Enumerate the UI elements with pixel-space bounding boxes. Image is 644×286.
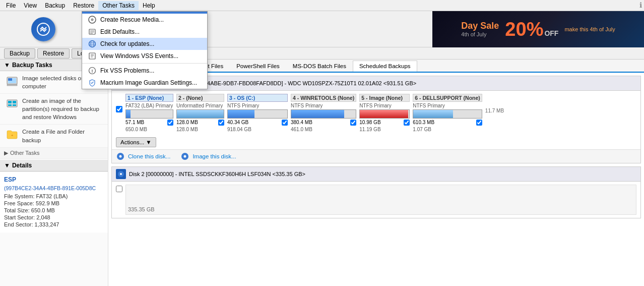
- create-rescue-label: Create Rescue Media...: [100, 16, 164, 23]
- menu-help[interactable]: Help: [139, 1, 159, 10]
- svg-rect-12: [8, 104, 12, 106]
- svg-rect-7: [8, 78, 12, 81]
- esp-id: (997B4CE2-34A4-4BFB-891E-005D8C: [4, 185, 104, 191]
- macrium-logo-icon: [36, 22, 50, 36]
- svg-point-20: [184, 155, 186, 158]
- start-row: Start Sector: 2,048: [4, 214, 104, 220]
- ad-banner: Day Sale 4th of July 20% OFF make this 4…: [432, 11, 644, 47]
- backup-tasks-arrow: ▼: [4, 62, 10, 69]
- none-checkbox[interactable]: [218, 120, 224, 126]
- dell-checkbox[interactable]: [476, 120, 482, 126]
- disk1-actions-row: Actions... ▼: [112, 135, 640, 149]
- other-tasks-header[interactable]: ▶ Other Tasks: [0, 148, 108, 159]
- restore-sec-button[interactable]: Restore: [37, 48, 70, 59]
- vss-events-icon: [87, 51, 97, 61]
- content-area: Backup Definition Files VBScript Files P…: [108, 60, 644, 286]
- guardian-settings-label: Macrium Image Guardian Settings...: [100, 79, 197, 86]
- image-checkbox[interactable]: [404, 120, 410, 126]
- tab-msdos[interactable]: MS-DOS Batch Files: [286, 61, 353, 72]
- partition-winretools: 4 - WINRETOOLS (None) NTFS Primary 380.4…: [291, 94, 356, 132]
- svg-point-0: [37, 23, 49, 35]
- other-tasks-arrow: ▶: [4, 150, 8, 156]
- details-arrow: ▼: [4, 162, 10, 169]
- vss-events-label: View Windows VSS Events...: [100, 52, 178, 60]
- menu-view[interactable]: View: [20, 1, 41, 10]
- fix-vss-icon: !: [87, 66, 97, 76]
- edit-defaults-label: Edit Defaults...: [100, 28, 140, 35]
- dropdown-edit-defaults[interactable]: Edit Defaults...: [82, 26, 207, 38]
- dropdown-create-rescue[interactable]: Create Rescue Media...: [82, 14, 207, 26]
- end-row: End Sector: 1,333,247: [4, 221, 104, 227]
- image-windows-icon: [6, 98, 18, 110]
- image-link-icon: [180, 152, 189, 161]
- disk2-size: 335.35 GB: [128, 206, 155, 212]
- image-link[interactable]: Image this disk...: [180, 152, 236, 161]
- guardian-icon: [87, 78, 97, 88]
- other-tasks-label: Other Tasks: [10, 150, 40, 156]
- svg-rect-10: [8, 101, 12, 103]
- version-badge: ℹ: [639, 1, 642, 9]
- disk-details: ESP (997B4CE2-34A4-4BFB-891E-005D8C File…: [0, 171, 108, 233]
- svg-rect-34: [89, 53, 95, 59]
- details-header[interactable]: ▼ Details: [0, 160, 108, 171]
- actions-dropdown-button[interactable]: Actions... ▼: [116, 137, 156, 147]
- fs-row: File System: FAT32 (LBA): [4, 193, 104, 199]
- disk1-links: Clone this disk... Image this disk...: [112, 149, 640, 163]
- svg-rect-8: [7, 84, 17, 86]
- disk2-checkbox[interactable]: [116, 186, 122, 192]
- tab-powershell[interactable]: PowerShell Files: [230, 61, 286, 72]
- backup-sec-button[interactable]: Backup: [4, 48, 35, 59]
- menu-file[interactable]: File: [2, 1, 20, 10]
- sidebar-item-image-windows[interactable]: Create an image of the partition(s) requ…: [0, 94, 108, 125]
- free-row: Free Space: 592.9 MB: [4, 200, 104, 206]
- disk2-icon: [116, 169, 126, 179]
- tab-scheduled[interactable]: Scheduled Backups: [353, 61, 417, 73]
- details-label: Details: [12, 162, 32, 169]
- dropdown-fix-vss[interactable]: ! Fix VSS Problems...: [82, 65, 207, 77]
- disk2-label: Disk 2 [00000000] - INTEL SSDSCKKF360H6H…: [129, 171, 305, 177]
- clone-icon: [116, 152, 125, 161]
- cd-icon: [87, 15, 97, 25]
- partition-os: 3 - OS (C:) NTFS Primary 40.34 GB 918.04…: [227, 94, 288, 132]
- main-area: ▼ Backup Tasks Image selected disks on t…: [0, 60, 644, 286]
- disk1-checkbox[interactable]: [116, 106, 122, 112]
- dropdown-vss-events[interactable]: View Windows VSS Events...: [82, 50, 207, 62]
- sidebar: ▼ Backup Tasks Image selected disks on t…: [0, 60, 108, 286]
- file-folder-text: Create a File and Folder backup: [22, 128, 104, 144]
- menu-restore[interactable]: Restore: [69, 1, 98, 10]
- os-checkbox[interactable]: [282, 120, 288, 126]
- image-link-text[interactable]: Image this disk...: [192, 153, 236, 159]
- partition-image: 5 - Image (None) NTFS Primary 10.98 GB 1…: [359, 94, 410, 132]
- fix-vss-label: Fix VSS Problems...: [100, 67, 154, 74]
- disk2-body: 335.35 GB: [125, 185, 636, 215]
- svg-text:+: +: [11, 133, 14, 138]
- menu-backup[interactable]: Backup: [41, 1, 69, 10]
- svg-rect-26: [89, 29, 95, 34]
- partition-dellsupport: 6 - DELLSUPPORT (None) NTFS Primary 610.…: [413, 94, 482, 132]
- dropdown-check-updates[interactable]: Check for updates...: [82, 38, 207, 50]
- globe-icon: [87, 39, 97, 49]
- total-row: Total Size: 650.0 MB: [4, 207, 104, 213]
- dropdown-separator: [82, 63, 207, 64]
- partition-none: 2 - (None) Unformatted Primary 128.0 MB …: [176, 94, 224, 132]
- image-windows-text: Create an image of the partition(s) requ…: [22, 97, 104, 121]
- backup-tasks-label: Backup Tasks: [12, 62, 52, 69]
- sidebar-item-file-folder[interactable]: + Create a File and Folder backup: [0, 125, 108, 147]
- edit-defaults-icon: [87, 27, 97, 37]
- svg-point-25: [92, 19, 93, 20]
- remaining-space: 11.7 MB: [485, 94, 504, 113]
- menubar: File View Backup Restore Other Tasks Hel…: [0, 0, 644, 11]
- disk2-section: Disk 2 [00000000] - INTEL SSDSCKKF360H6H…: [111, 166, 641, 218]
- svg-point-31: [91, 41, 94, 47]
- esp-title: ESP: [4, 176, 104, 183]
- svg-rect-11: [13, 101, 16, 103]
- clone-link[interactable]: Clone this disk...: [116, 152, 170, 161]
- check-updates-label: Check for updates...: [100, 40, 154, 47]
- dropdown-guardian-settings[interactable]: Macrium Image Guardian Settings...: [82, 77, 207, 89]
- image-disks-icon: [6, 75, 18, 87]
- clone-link-text[interactable]: Clone this disk...: [128, 153, 170, 159]
- menu-other-tasks[interactable]: Other Tasks: [98, 1, 139, 10]
- esp-checkbox[interactable]: [167, 120, 173, 126]
- winre-checkbox[interactable]: [350, 120, 356, 126]
- svg-point-22: [120, 173, 122, 175]
